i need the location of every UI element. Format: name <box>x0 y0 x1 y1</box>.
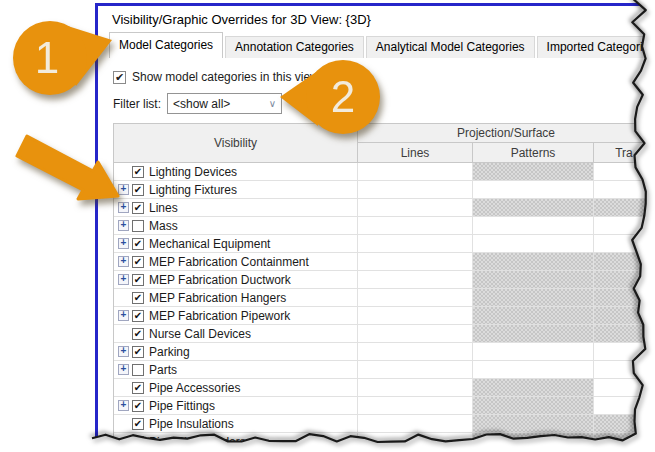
category-checkbox[interactable] <box>132 202 144 214</box>
expand-plus-button[interactable] <box>118 184 129 195</box>
table-row[interactable]: Lighting Fixtures <box>114 181 655 199</box>
category-checkbox[interactable] <box>132 364 144 376</box>
category-label: Pipe Accessories <box>144 381 240 395</box>
expand-plus-button[interactable] <box>118 346 129 357</box>
cell-projection-lines[interactable] <box>358 361 473 379</box>
category-checkbox[interactable] <box>132 328 144 340</box>
tab-imported-categories[interactable]: Imported Categories <box>537 36 655 58</box>
cell-projection-patterns[interactable] <box>473 235 594 253</box>
table-row[interactable]: Pipe Placeholders <box>114 433 655 451</box>
category-checkbox[interactable] <box>132 256 144 268</box>
table-row[interactable]: Parts <box>114 361 655 379</box>
tab-analytical-model-categories[interactable]: Analytical Model Categories <box>366 36 535 58</box>
cell-projection-patterns[interactable] <box>473 307 594 325</box>
cell-projection-lines[interactable] <box>358 307 473 325</box>
cell-projection-transparency[interactable] <box>594 235 655 253</box>
category-checkbox[interactable] <box>132 310 144 322</box>
cell-projection-lines[interactable] <box>358 217 473 235</box>
cell-projection-transparency[interactable] <box>594 217 655 235</box>
category-checkbox[interactable] <box>132 418 144 430</box>
cell-projection-transparency[interactable] <box>594 163 655 181</box>
category-checkbox[interactable] <box>132 346 144 358</box>
cell-projection-patterns[interactable] <box>473 181 594 199</box>
table-row[interactable]: MEP Fabrication Pipework <box>114 307 655 325</box>
cell-projection-transparency[interactable] <box>594 415 655 433</box>
category-checkbox[interactable] <box>132 400 144 412</box>
cell-projection-transparency[interactable] <box>594 343 655 361</box>
cell-projection-patterns[interactable] <box>473 397 594 415</box>
table-row[interactable]: Pipe Accessories <box>114 379 655 397</box>
table-row[interactable]: MEP Fabrication Containment <box>114 253 655 271</box>
cell-projection-lines[interactable] <box>358 325 473 343</box>
cell-projection-lines[interactable] <box>358 181 473 199</box>
visibility-graphics-dialog: Visibility/Graphic Overrides for 3D View… <box>95 3 655 452</box>
cell-projection-lines[interactable] <box>358 415 473 433</box>
cell-projection-patterns[interactable] <box>473 289 594 307</box>
cell-projection-transparency[interactable] <box>594 433 655 451</box>
table-row[interactable]: Nurse Call Devices <box>114 325 655 343</box>
table-row[interactable]: Pipe Insulations <box>114 415 655 433</box>
show-model-categories-checkbox[interactable] <box>113 71 126 84</box>
cell-projection-lines[interactable] <box>358 343 473 361</box>
category-checkbox[interactable] <box>132 382 144 394</box>
table-row[interactable]: Lighting Devices <box>114 163 655 181</box>
cell-projection-transparency[interactable] <box>594 289 655 307</box>
cell-projection-patterns[interactable] <box>473 271 594 289</box>
expand-plus-button[interactable] <box>118 400 129 411</box>
table-row[interactable]: MEP Fabrication Hangers <box>114 289 655 307</box>
cell-projection-patterns[interactable] <box>473 361 594 379</box>
cell-projection-transparency[interactable] <box>594 199 655 217</box>
filter-list-dropdown[interactable]: <show all> ∨ <box>167 93 282 114</box>
expand-plus-button[interactable] <box>118 364 129 375</box>
cell-projection-patterns[interactable] <box>473 217 594 235</box>
cell-projection-transparency[interactable] <box>594 307 655 325</box>
cell-projection-lines[interactable] <box>358 163 473 181</box>
cell-projection-patterns[interactable] <box>473 325 594 343</box>
tab-model-categories[interactable]: Model Categories <box>109 32 223 58</box>
cell-projection-lines[interactable] <box>358 271 473 289</box>
category-checkbox[interactable] <box>132 184 144 196</box>
cell-projection-transparency[interactable] <box>594 253 655 271</box>
cell-projection-patterns[interactable] <box>473 415 594 433</box>
cell-projection-transparency[interactable] <box>594 379 655 397</box>
category-checkbox[interactable] <box>132 220 144 232</box>
table-row[interactable]: Mechanical Equipment <box>114 235 655 253</box>
category-checkbox[interactable] <box>132 292 144 304</box>
cell-projection-patterns[interactable] <box>473 343 594 361</box>
expand-plus-button[interactable] <box>118 310 129 321</box>
expand-plus-button[interactable] <box>118 220 129 231</box>
category-checkbox[interactable] <box>132 274 144 286</box>
cell-projection-lines[interactable] <box>358 433 473 451</box>
cell-projection-transparency[interactable] <box>594 271 655 289</box>
category-checkbox[interactable] <box>132 436 144 448</box>
cell-projection-transparency[interactable] <box>594 361 655 379</box>
cell-projection-lines[interactable] <box>358 397 473 415</box>
expand-plus-button[interactable] <box>118 202 129 213</box>
category-checkbox[interactable] <box>132 166 144 178</box>
cell-projection-transparency[interactable] <box>594 325 655 343</box>
category-checkbox[interactable] <box>132 238 144 250</box>
expand-plus-button[interactable] <box>118 238 129 249</box>
cell-projection-transparency[interactable] <box>594 397 655 415</box>
table-row[interactable]: Mass <box>114 217 655 235</box>
table-row[interactable]: Parking <box>114 343 655 361</box>
table-row[interactable]: Pipe Fittings <box>114 397 655 415</box>
tab-annotation-categories[interactable]: Annotation Categories <box>225 36 364 58</box>
cell-projection-patterns[interactable] <box>473 199 594 217</box>
cell-projection-lines[interactable] <box>358 235 473 253</box>
cell-projection-patterns[interactable] <box>473 163 594 181</box>
cell-projection-lines[interactable] <box>358 379 473 397</box>
cell-projection-lines[interactable] <box>358 199 473 217</box>
cell-projection-lines[interactable] <box>358 289 473 307</box>
cell-projection-patterns[interactable] <box>473 379 594 397</box>
expand-plus-button[interactable] <box>118 256 129 267</box>
table-row[interactable]: MEP Fabrication Ductwork <box>114 271 655 289</box>
patterns-column-header: Patterns <box>473 143 594 163</box>
table-row[interactable]: Lines <box>114 199 655 217</box>
cell-projection-transparency[interactable] <box>594 181 655 199</box>
cell-projection-lines[interactable] <box>358 253 473 271</box>
screenshot-canvas: Visibility/Graphic Overrides for 3D View… <box>0 0 655 452</box>
cell-projection-patterns[interactable] <box>473 253 594 271</box>
expand-plus-button[interactable] <box>118 274 129 285</box>
cell-projection-patterns[interactable] <box>473 433 594 451</box>
